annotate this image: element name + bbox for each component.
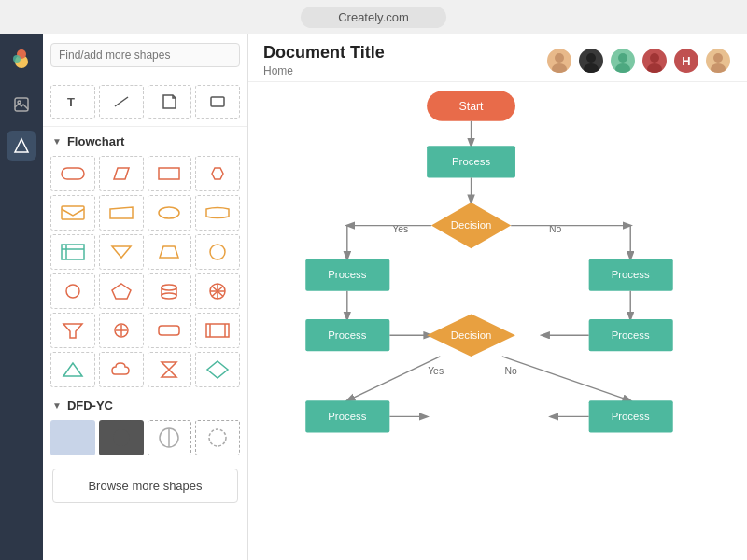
svg-point-45: [647, 63, 662, 73]
line-tool[interactable]: [99, 85, 144, 119]
shape-cloud[interactable]: [99, 352, 144, 387]
dfd-chevron-icon: ▼: [52, 400, 62, 411]
shape-diamond2[interactable]: [195, 352, 240, 387]
avatar-1: [545, 47, 573, 75]
rect-tool[interactable]: [195, 85, 240, 119]
svg-text:No: No: [505, 366, 518, 376]
collaborators: H: [545, 43, 732, 75]
svg-point-46: [713, 53, 723, 63]
shape-internal-storage[interactable]: [50, 234, 95, 270]
shape-hourglass[interactable]: [148, 352, 192, 387]
avatar-5: H: [672, 47, 700, 75]
flowchart-shapes: [43, 152, 247, 391]
shape-rounded-rect[interactable]: [50, 156, 95, 191]
svg-point-16: [66, 285, 79, 298]
svg-point-41: [584, 63, 599, 73]
shape-rounded-rect2[interactable]: [148, 313, 192, 348]
svg-text:Process: Process: [328, 269, 366, 280]
canvas-header: Document Title Home H: [248, 34, 747, 82]
flowchart-section-header[interactable]: ▼ Flowchart: [43, 127, 247, 152]
shape-message[interactable]: [50, 195, 95, 231]
svg-rect-29: [159, 326, 179, 335]
avatar-3: [609, 47, 637, 75]
dfd-shapes: [43, 416, 247, 459]
svg-text:Process: Process: [452, 156, 490, 167]
svg-text:Process: Process: [612, 329, 650, 341]
svg-text:Process: Process: [328, 329, 366, 341]
browse-more-shapes-button[interactable]: Browse more shapes: [52, 469, 238, 503]
svg-line-78: [347, 357, 441, 400]
dfd-section-header[interactable]: ▼ DFD-YC: [43, 391, 247, 416]
shape-manual-input[interactable]: [99, 195, 144, 231]
sidebar-icons: [0, 34, 43, 560]
flowchart-label: Flowchart: [67, 134, 124, 148]
svg-text:T: T: [67, 95, 75, 109]
shape-cross[interactable]: [195, 273, 240, 309]
svg-rect-7: [211, 97, 224, 106]
shape-trapezoid[interactable]: [148, 234, 192, 270]
svg-point-17: [162, 285, 176, 290]
shape-cylinder[interactable]: [148, 273, 192, 309]
svg-point-44: [650, 53, 659, 63]
svg-rect-12: [62, 245, 84, 259]
shape-circle-plus[interactable]: [99, 313, 144, 348]
text-tool[interactable]: T: [50, 85, 95, 119]
dfd-label: DFD-YC: [67, 399, 113, 413]
shape-circle2[interactable]: [50, 273, 95, 309]
image-icon[interactable]: [7, 90, 36, 119]
shape-pentagon[interactable]: [99, 273, 144, 309]
shape-extract[interactable]: [99, 234, 144, 270]
avatar-4: [641, 47, 669, 75]
dfd-rect[interactable]: [50, 420, 95, 455]
document-breadcrumb: Home: [263, 64, 385, 77]
shape-circle[interactable]: [195, 234, 240, 270]
canvas-area: Document Title Home H: [248, 34, 747, 560]
shapes-icon[interactable]: [7, 131, 36, 161]
svg-point-20: [162, 293, 176, 299]
svg-point-2: [13, 55, 21, 63]
svg-point-38: [555, 53, 564, 63]
dfd-dashed-circle[interactable]: [195, 420, 240, 455]
avatar-6: [704, 47, 732, 75]
svg-point-39: [552, 63, 567, 73]
chevron-icon: ▼: [52, 136, 62, 147]
dfd-circle[interactable]: [99, 420, 144, 455]
search-bar: [43, 34, 247, 77]
dfd-half-circle[interactable]: [148, 420, 192, 455]
doc-info: Document Title Home: [263, 43, 385, 77]
logo-icon[interactable]: [7, 41, 36, 71]
svg-point-40: [586, 53, 596, 63]
svg-rect-8: [62, 168, 84, 179]
shape-horiz-rect[interactable]: [195, 313, 240, 348]
svg-point-47: [711, 63, 726, 73]
url-bar: Creately.com: [301, 7, 446, 28]
shape-parallelogram[interactable]: [99, 156, 144, 191]
svg-rect-10: [62, 206, 84, 219]
note-tool[interactable]: [148, 85, 192, 119]
main-layout: T ▼ Flowchart: [0, 34, 747, 560]
shape-oval[interactable]: [148, 195, 192, 231]
svg-text:Process: Process: [328, 411, 366, 422]
svg-point-34: [113, 429, 130, 446]
svg-text:Process: Process: [612, 411, 650, 422]
svg-rect-9: [159, 168, 179, 179]
svg-point-11: [159, 207, 179, 218]
svg-text:Process: Process: [612, 269, 650, 280]
svg-line-79: [502, 357, 630, 400]
shape-tools-row: T: [43, 77, 247, 127]
left-panel: T ▼ Flowchart: [43, 34, 248, 560]
search-input[interactable]: [50, 43, 240, 67]
shape-rect[interactable]: [148, 156, 192, 191]
shape-funnel[interactable]: [50, 313, 95, 348]
svg-point-15: [210, 245, 225, 259]
canvas-svg-wrapper[interactable]: Start Process Decision Yes No: [248, 82, 747, 560]
svg-line-6: [115, 97, 128, 106]
avatar-2: [577, 47, 605, 75]
shape-triangle[interactable]: [50, 352, 95, 387]
svg-point-43: [615, 63, 630, 73]
shape-tape[interactable]: [195, 195, 240, 231]
svg-text:Yes: Yes: [428, 366, 444, 376]
svg-text:Decision: Decision: [451, 329, 492, 341]
shape-hexagon[interactable]: [195, 156, 240, 191]
svg-point-42: [618, 53, 627, 63]
